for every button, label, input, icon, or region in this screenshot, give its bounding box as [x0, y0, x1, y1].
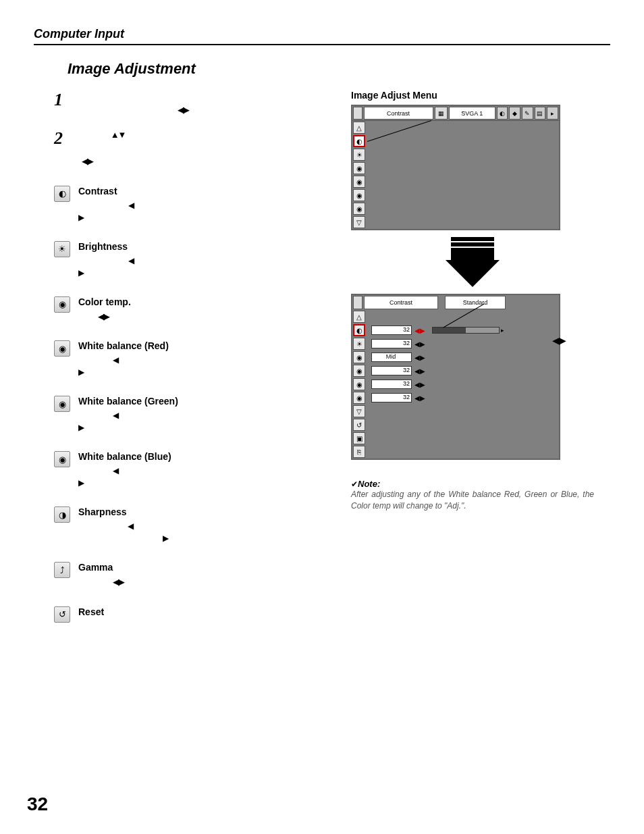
reset-icon[interactable]: ↺	[353, 419, 365, 431]
slider[interactable]	[432, 327, 500, 334]
menu-title: Image Adjust Menu	[351, 90, 594, 101]
value-cell: 32	[371, 325, 412, 335]
sidebar-wb-green-icon[interactable]: ◉	[353, 189, 365, 201]
wb-red-icon[interactable]: ◉	[353, 365, 365, 377]
left-right-arrow-icon: ◀▶	[178, 105, 188, 115]
sidebar-contrast-icon[interactable]: ◐	[353, 135, 365, 147]
adjust-arrows-icon[interactable]: ◀▶	[414, 394, 425, 402]
left-column: 1 spacer text line for layout purposes o…	[54, 90, 324, 623]
right-arrow-icon: ▶	[78, 423, 84, 432]
adjust-arrows-icon[interactable]: ◀▶	[414, 327, 425, 334]
item-label: Brightness	[78, 241, 324, 252]
wb-green-icon[interactable]: ◉	[353, 378, 365, 390]
extra-row-2[interactable]: ▣	[352, 432, 559, 445]
scroll-up-row[interactable]: △	[352, 310, 559, 323]
adjust-row-brightness[interactable]: ☀ 32 ◀▶	[352, 337, 559, 350]
colortemp-icon[interactable]: ◉	[353, 351, 365, 363]
sharpness-icon: ◑	[54, 506, 70, 523]
item-color-temp: ◉ Color temp. desc ◀▶	[54, 296, 324, 323]
left-arrow-icon: ◀	[113, 466, 119, 475]
scroll-up-icon[interactable]: △	[353, 122, 365, 134]
value-cell: Mid	[371, 353, 412, 362]
up-down-arrow-icon: ▲▼	[111, 130, 126, 140]
step-2-body: spacer ▲▼ spacer line ◀▶	[82, 128, 324, 168]
scroll-down-icon[interactable]: ▽	[353, 216, 365, 228]
quit-icon[interactable]: ⎘	[353, 446, 365, 458]
left-right-arrow-icon: ◀▶	[82, 156, 92, 166]
brightness-icon[interactable]: ☀	[353, 338, 365, 350]
right-arrow-icon: ▶	[78, 268, 84, 278]
item-label: White balance (Red)	[78, 340, 324, 351]
adjust-arrows-icon[interactable]: ◀▶	[414, 340, 425, 348]
contrast-icon: ◐	[54, 186, 70, 202]
sidebar-wb-red-icon[interactable]: ◉	[353, 176, 365, 188]
item-contrast: ◐ Contrast desc line one ◀ more desc ▶	[54, 186, 324, 224]
right-arrow-icon: ▶	[163, 533, 169, 543]
item-brightness: ☀ Brightness desc line one ◀ more ▶	[54, 241, 324, 279]
step-number-2: 2	[54, 128, 63, 149]
item-label: Sharpness	[78, 506, 324, 517]
scroll-up-icon[interactable]: △	[353, 311, 365, 323]
scroll-down-row[interactable]: ▽	[352, 405, 559, 418]
menu2-header-mode: Standard	[445, 296, 506, 309]
menu-sidebar: △ ◐ ☀ ◉ ◉ ◉ ◉ ▽	[352, 121, 366, 229]
slider-end-icon: ▸	[501, 327, 504, 334]
brightness-icon: ☀	[54, 241, 70, 257]
right-arrow-icon: ▶	[78, 367, 84, 377]
scroll-down-icon[interactable]: ▽	[353, 405, 365, 417]
content-columns: 1 spacer text line for layout purposes o…	[34, 90, 610, 623]
menu-top-icon-2[interactable]: ◆	[509, 107, 520, 120]
wb-blue-icon: ◉	[54, 451, 70, 467]
sidebar-brightness-icon[interactable]: ☀	[353, 149, 365, 161]
left-right-arrow-icon: ◀▶	[98, 311, 109, 321]
down-arrow-graphic	[446, 237, 500, 287]
adjust-row-contrast[interactable]: ◐ 32 ◀▶ ▸	[352, 323, 559, 337]
store-icon[interactable]: ▣	[353, 432, 365, 444]
note-heading: Note:	[358, 479, 380, 489]
left-arrow-icon: ◀	[113, 411, 119, 420]
item-label: White balance (Blue)	[78, 451, 324, 462]
page-title: Image Adjustment	[68, 60, 610, 78]
item-reset: ↺ Reset	[54, 606, 324, 623]
adjust-arrows-icon[interactable]: ◀▶	[414, 381, 425, 388]
adjust-row-colortemp[interactable]: ◉ Mid ◀▶	[352, 350, 559, 364]
menu2-corner	[353, 296, 363, 309]
wb-blue-icon[interactable]: ◉	[353, 392, 365, 404]
adjust-row-wb-blue[interactable]: ◉ 32 ◀▶	[352, 391, 559, 405]
item-label: Color temp.	[78, 296, 324, 307]
adjust-row-wb-red[interactable]: ◉ 32 ◀▶	[352, 364, 559, 377]
menu-header: Contrast ▦ SVGA 1 ◐ ◆ ✎ ▤ ▸	[352, 106, 559, 121]
item-desc: desc line one ◀ more ▶	[78, 255, 324, 279]
extra-row-1[interactable]: ↺	[352, 418, 559, 432]
left-arrow-icon: ◀	[128, 201, 134, 210]
item-desc: desc ◀▶	[78, 310, 324, 323]
left-arrow-icon: ◀	[128, 521, 134, 531]
left-arrow-icon: ◀	[128, 256, 134, 265]
menu-header-icon[interactable]: ▦	[435, 107, 448, 120]
item-wb-green: ◉ White balance (Green) desc line ◀ more…	[54, 396, 324, 434]
sidebar-wb-blue-icon[interactable]: ◉	[353, 203, 365, 215]
header-rule	[34, 44, 610, 45]
menu-main-area	[366, 121, 559, 229]
item-desc: desc line ◀ more ▶	[78, 354, 324, 378]
color-temp-icon: ◉	[54, 296, 70, 313]
image-adjust-menu-expanded[interactable]: Contrast Standard △ ◐ 32 ◀▶ ▸ ☀ 32	[351, 294, 560, 460]
adjust-arrows-icon[interactable]: ◀▶	[414, 354, 425, 361]
adjust-arrows-icon[interactable]: ◀▶	[414, 367, 425, 375]
sidebar-colortemp-icon[interactable]: ◉	[353, 162, 365, 174]
wb-red-icon: ◉	[54, 340, 70, 357]
note-body: After adjusting any of the White balance…	[351, 489, 594, 512]
adjust-row-wb-green[interactable]: ◉ 32 ◀▶	[352, 377, 559, 391]
menu-header-mode: SVGA 1	[449, 107, 495, 120]
right-arrow-icon: ▶	[78, 213, 84, 222]
image-adjust-menu-top[interactable]: Contrast ▦ SVGA 1 ◐ ◆ ✎ ▤ ▸ △ ◐ ☀ ◉ ◉	[351, 105, 560, 230]
note-block: ✔Note: After adjusting any of the White …	[351, 479, 594, 512]
extra-row-3[interactable]: ⎘	[352, 445, 559, 459]
menu-top-icon-5[interactable]: ▸	[547, 107, 558, 120]
item-desc: desc line ◀▶	[78, 575, 324, 589]
menu-top-icon-1[interactable]: ◐	[497, 107, 508, 120]
wb-green-icon: ◉	[54, 396, 70, 412]
menu-top-icon-3[interactable]: ✎	[522, 107, 533, 120]
contrast-icon[interactable]: ◐	[353, 324, 365, 336]
menu-top-icon-4[interactable]: ▤	[535, 107, 546, 120]
